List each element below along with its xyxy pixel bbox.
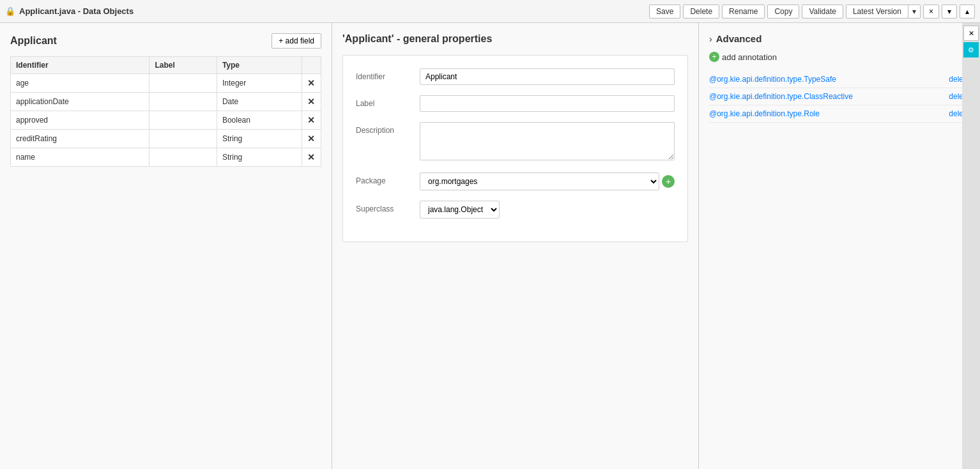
cell-identifier: name: [11, 148, 149, 167]
main-layout: Applicant + add field Identifier Label T…: [0, 23, 980, 469]
version-dropdown-button[interactable]: ▾: [908, 5, 920, 18]
general-props-title: 'Applicant' - general properties: [342, 33, 688, 45]
cell-delete: ✕: [302, 148, 321, 167]
table-row[interactable]: name String ✕: [11, 148, 321, 167]
cell-type: Integer: [217, 74, 302, 93]
cell-type: Date: [217, 93, 302, 111]
cell-type: Boolean: [217, 111, 302, 130]
table-row[interactable]: age Integer ✕: [11, 74, 321, 93]
table-row[interactable]: approved Boolean ✕: [11, 111, 321, 130]
col-header-label: Label: [149, 57, 217, 74]
gear-button[interactable]: ⚙: [963, 42, 979, 58]
minimize-button[interactable]: ▾: [942, 4, 957, 19]
label-label: Label: [356, 95, 420, 108]
add-annotation-row: + add annotation: [709, 52, 970, 62]
col-header-type: Type: [217, 57, 302, 74]
superclass-label: Superclass: [356, 201, 420, 213]
add-annotation-label: add annotation: [722, 52, 777, 62]
left-panel: Applicant + add field Identifier Label T…: [0, 23, 332, 469]
identifier-control: [420, 68, 675, 85]
resize-x-button[interactable]: ✕: [963, 26, 979, 41]
delete-row-button[interactable]: ✕: [307, 78, 315, 88]
cell-type: String: [217, 130, 302, 148]
description-textarea[interactable]: [420, 122, 675, 160]
package-row: Package org.mortgages +: [356, 173, 675, 190]
annotation-row: @org.kie.api.definition.type.ClassReacti…: [709, 88, 970, 105]
title-text: Applicant.java - Data Objects: [19, 6, 134, 16]
superclass-row: Superclass java.lang.Object: [356, 201, 675, 219]
cell-label: [149, 111, 217, 130]
middle-panel: 'Applicant' - general properties Identif…: [332, 23, 699, 469]
col-header-action: [302, 57, 321, 74]
annotation-link[interactable]: @org.kie.api.definition.type.ClassReacti…: [709, 92, 853, 101]
annotation-link[interactable]: @org.kie.api.definition.type.TypeSafe: [709, 75, 836, 84]
cell-label: [149, 74, 217, 93]
right-panel: › Advanced + add annotation @org.kie.api…: [699, 23, 980, 469]
table-row[interactable]: creditRating String ✕: [11, 130, 321, 148]
superclass-select[interactable]: java.lang.Object: [420, 201, 500, 219]
right-panel-header: › Advanced: [709, 33, 970, 44]
cell-label: [149, 130, 217, 148]
annotation-link[interactable]: @org.kie.api.definition.type.Role: [709, 109, 820, 118]
cell-delete: ✕: [302, 93, 321, 111]
delete-row-button[interactable]: ✕: [307, 96, 315, 107]
annotations-list: @org.kie.api.definition.type.TypeSafe de…: [709, 71, 970, 123]
col-header-identifier: Identifier: [11, 57, 149, 74]
props-box: Identifier Label Description: [342, 55, 688, 242]
close-button[interactable]: ×: [923, 4, 939, 19]
add-field-button[interactable]: + add field: [272, 33, 321, 49]
delete-button[interactable]: Delete: [683, 4, 719, 19]
left-panel-title: Applicant: [10, 35, 57, 47]
description-row: Description: [356, 122, 675, 162]
cell-identifier: creditRating: [11, 130, 149, 148]
cell-delete: ✕: [302, 111, 321, 130]
cell-type: String: [217, 148, 302, 167]
delete-row-button[interactable]: ✕: [307, 115, 315, 125]
package-label: Package: [356, 173, 420, 185]
delete-row-button[interactable]: ✕: [307, 152, 315, 162]
annotation-row: @org.kie.api.definition.type.Role delete: [709, 105, 970, 123]
advanced-title: Advanced: [716, 33, 762, 44]
identifier-row: Identifier: [356, 68, 675, 85]
package-select[interactable]: org.mortgages: [420, 173, 659, 190]
cell-identifier: approved: [11, 111, 149, 130]
cell-label: [149, 148, 217, 167]
toolbar-buttons: Save Delete Rename Copy Validate Latest …: [649, 4, 975, 19]
window-title: 🔒 Applicant.java - Data Objects: [5, 6, 647, 16]
add-package-button[interactable]: +: [662, 175, 675, 188]
annotation-row: @org.kie.api.definition.type.TypeSafe de…: [709, 71, 970, 88]
rename-button[interactable]: Rename: [722, 4, 765, 19]
cell-delete: ✕: [302, 130, 321, 148]
side-icons-panel: ✕ ⚙: [962, 23, 980, 469]
lock-icon: 🔒: [5, 6, 15, 16]
cell-delete: ✕: [302, 74, 321, 93]
description-label: Description: [356, 122, 420, 135]
chevron-right-icon[interactable]: ›: [709, 34, 712, 44]
fields-table: Identifier Label Type age Integer ✕ appl…: [10, 56, 321, 167]
cell-identifier: applicationDate: [11, 93, 149, 111]
maximize-button[interactable]: ▴: [960, 4, 975, 19]
left-panel-header: Applicant + add field: [10, 33, 321, 49]
cell-label: [149, 93, 217, 111]
top-bar: 🔒 Applicant.java - Data Objects Save Del…: [0, 0, 980, 23]
label-input[interactable]: [420, 95, 675, 112]
superclass-control: java.lang.Object: [420, 201, 675, 219]
version-button-group: Latest Version ▾: [846, 4, 921, 19]
table-row[interactable]: applicationDate Date ✕: [11, 93, 321, 111]
package-control: org.mortgages +: [420, 173, 675, 190]
copy-button[interactable]: Copy: [767, 4, 799, 19]
delete-row-button[interactable]: ✕: [307, 134, 315, 144]
validate-button[interactable]: Validate: [802, 4, 843, 19]
identifier-input[interactable]: [420, 68, 675, 85]
save-button[interactable]: Save: [649, 4, 680, 19]
label-row: Label: [356, 95, 675, 112]
cell-identifier: age: [11, 74, 149, 93]
latest-version-button[interactable]: Latest Version: [846, 5, 908, 18]
description-control: [420, 122, 675, 162]
add-annotation-button[interactable]: +: [709, 52, 719, 62]
identifier-label: Identifier: [356, 68, 420, 81]
label-control: [420, 95, 675, 112]
